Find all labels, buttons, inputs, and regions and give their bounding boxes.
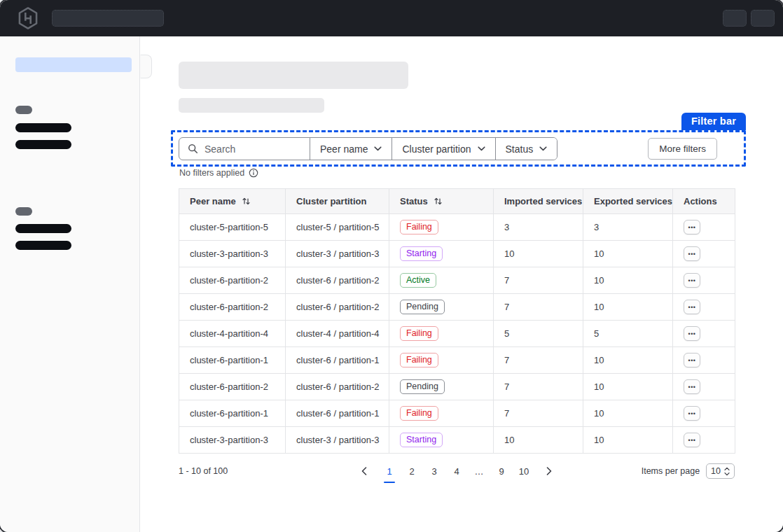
- table-row: cluster-5-partition-5 cluster-5 / partit…: [179, 214, 735, 241]
- table-header: Peer name Cluster partition: [179, 189, 735, 214]
- info-icon[interactable]: [249, 168, 258, 178]
- status-badge: Active: [400, 273, 436, 288]
- pagination-page-button[interactable]: 9: [494, 463, 509, 479]
- nav-search-skeleton[interactable]: [52, 10, 164, 27]
- cell-peer-name: cluster-6-partition-2: [179, 267, 286, 294]
- pagination-page-button[interactable]: …: [471, 463, 487, 479]
- more-filters-button[interactable]: More filters: [648, 138, 717, 160]
- page-subtitle-skeleton: [179, 98, 324, 113]
- chevron-right-icon: [546, 467, 552, 475]
- table-row: cluster-6-partition-2 cluster-6 / partit…: [179, 374, 735, 400]
- row-overflow-menu-button[interactable]: •••: [684, 220, 700, 234]
- cell-exported-services: 3: [583, 214, 673, 241]
- pagination-page-button[interactable]: 3: [427, 463, 442, 479]
- cell-peer-name: cluster-6-partition-1: [179, 400, 286, 427]
- cell-imported-services: 7: [494, 267, 583, 294]
- status-filter-dropdown[interactable]: Status: [495, 138, 557, 160]
- filter-bar: Peer name Cluster partition: [179, 137, 738, 160]
- pagination-pages: 1 2 3 4 … 9 10: [382, 463, 532, 479]
- cell-cluster-partition: cluster-3 / partition-3: [286, 241, 389, 267]
- row-overflow-menu-button[interactable]: •••: [684, 300, 700, 314]
- cell-actions: •••: [673, 267, 735, 294]
- pagination-page-button[interactable]: 2: [404, 463, 420, 479]
- row-overflow-menu-button[interactable]: •••: [684, 273, 700, 288]
- table-row: cluster-6-partition-1 cluster-6 / partit…: [179, 400, 735, 427]
- sidebar-item-skeleton-4[interactable]: [15, 241, 71, 250]
- sidebar-active-item-skeleton[interactable]: [15, 57, 132, 72]
- search-field[interactable]: [179, 138, 310, 160]
- peers-table: Peer name Cluster partition: [179, 188, 735, 454]
- sort-icon[interactable]: [242, 197, 251, 206]
- cell-cluster-partition: cluster-6 / partition-2: [286, 294, 389, 321]
- status-badge: Pending: [400, 379, 445, 394]
- cell-actions: •••: [673, 321, 735, 347]
- items-per-page-select[interactable]: 10: [706, 463, 735, 479]
- sidebar-collapse-handle[interactable]: [140, 55, 152, 78]
- hashicorp-logo-icon: [18, 7, 39, 29]
- status-badge: Failing: [400, 220, 438, 234]
- cell-actions: •••: [673, 427, 735, 454]
- cell-actions: •••: [673, 214, 735, 241]
- table-row: cluster-3-partition-3 cluster-3 / partit…: [179, 427, 735, 454]
- search-input[interactable]: [205, 144, 289, 155]
- cell-exported-services: 10: [583, 267, 673, 294]
- cell-peer-name: cluster-3-partition-3: [179, 427, 286, 454]
- cell-exported-services: 10: [583, 294, 673, 321]
- table-row: cluster-6-partition-2 cluster-6 / partit…: [179, 267, 735, 294]
- cell-status: Starting: [389, 427, 494, 454]
- cell-cluster-partition: cluster-4 / partition-4: [286, 321, 389, 347]
- sort-icon[interactable]: [434, 197, 443, 206]
- column-header-peer-name[interactable]: Peer name: [179, 189, 286, 214]
- chevron-down-icon: [539, 146, 547, 151]
- sidebar-item-skeleton-3[interactable]: [15, 224, 71, 233]
- peer-name-filter-dropdown[interactable]: Peer name: [310, 138, 392, 160]
- cluster-partition-filter-dropdown[interactable]: Cluster partition: [392, 138, 494, 160]
- nav-button-skeleton-1[interactable]: [723, 10, 747, 27]
- cell-actions: •••: [673, 347, 735, 374]
- row-overflow-menu-button[interactable]: •••: [684, 406, 700, 421]
- chevron-down-icon: [478, 146, 485, 151]
- column-header-imported-services[interactable]: Imported services: [494, 189, 583, 214]
- cell-cluster-partition: cluster-5 / partition-5: [286, 214, 389, 241]
- cell-peer-name: cluster-5-partition-5: [179, 214, 286, 241]
- pagination-prev-button[interactable]: [356, 463, 372, 479]
- pagination-page-button[interactable]: 10: [516, 463, 532, 479]
- ellipsis-icon: •••: [688, 410, 696, 417]
- row-overflow-menu-button[interactable]: •••: [684, 433, 700, 447]
- row-overflow-menu-button[interactable]: •••: [684, 379, 700, 394]
- sidebar-item-skeleton-2[interactable]: [15, 140, 71, 149]
- cell-status: Failing: [389, 400, 494, 427]
- cell-cluster-partition: cluster-6 / partition-2: [286, 267, 389, 294]
- nav-right-group: [723, 10, 775, 27]
- sidebar-item-skeleton-1[interactable]: [15, 123, 71, 132]
- filter-bar-annotation-zone: Filter bar: [171, 130, 746, 167]
- status-badge: Starting: [400, 433, 443, 447]
- column-header-actions: Actions: [673, 189, 735, 214]
- row-overflow-menu-button[interactable]: •••: [684, 246, 700, 261]
- cell-imported-services: 7: [494, 347, 583, 374]
- sidebar-section-label-skeleton-2: [15, 207, 32, 216]
- cell-imported-services: 10: [494, 427, 583, 454]
- pagination-page-button[interactable]: 4: [449, 463, 464, 479]
- cell-actions: •••: [673, 241, 735, 267]
- cell-status: Pending: [389, 374, 494, 400]
- pagination-next-button[interactable]: [541, 463, 557, 479]
- items-per-page: Items per page 10: [642, 463, 735, 479]
- cell-imported-services: 7: [494, 294, 583, 321]
- status-badge: Starting: [400, 246, 443, 261]
- items-per-page-label: Items per page: [642, 466, 700, 476]
- row-overflow-menu-button[interactable]: •••: [684, 326, 700, 341]
- sidebar: [0, 36, 140, 532]
- table-footer: 1 - 10 of 100 1 2 3: [179, 461, 735, 481]
- nav-button-skeleton-2[interactable]: [751, 10, 775, 27]
- cell-status: Pending: [389, 294, 494, 321]
- cell-imported-services: 7: [494, 374, 583, 400]
- cell-peer-name: cluster-6-partition-1: [179, 347, 286, 374]
- row-overflow-menu-button[interactable]: •••: [684, 353, 700, 368]
- column-header-cluster-partition[interactable]: Cluster partition: [286, 189, 389, 214]
- pagination-page-button[interactable]: 1: [382, 463, 397, 479]
- cell-imported-services: 3: [494, 214, 583, 241]
- cell-peer-name: cluster-3-partition-3: [179, 241, 286, 267]
- column-header-status[interactable]: Status: [389, 189, 494, 214]
- column-header-exported-services[interactable]: Exported services: [583, 189, 673, 214]
